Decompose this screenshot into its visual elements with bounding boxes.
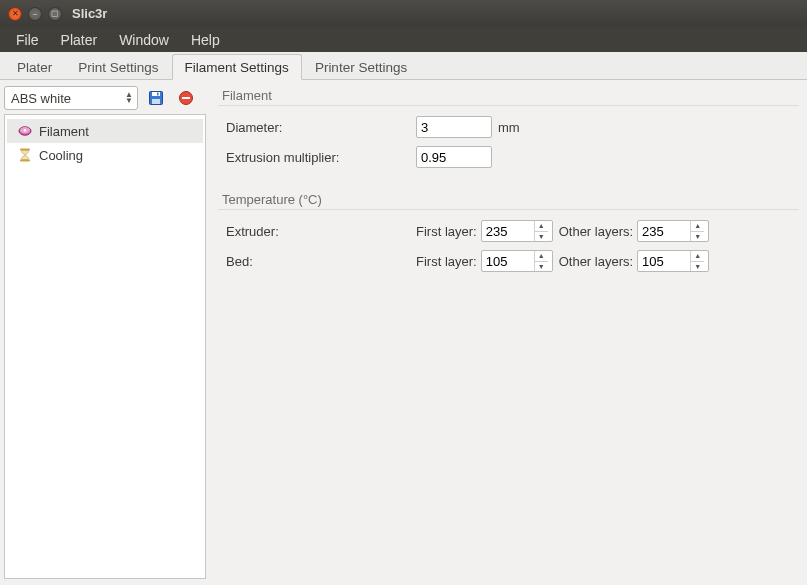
multiplier-input-wrapper: [416, 146, 492, 168]
spin-buttons: ▲ ▼: [690, 251, 704, 271]
menu-window[interactable]: Window: [109, 29, 179, 51]
tab-plater[interactable]: Plater: [4, 54, 65, 80]
diameter-row: Diameter: mm: [218, 114, 799, 144]
spin-buttons: ▲ ▼: [690, 221, 704, 241]
temperature-group: Temperature (°C) Extruder: First layer: …: [218, 188, 799, 278]
left-panel: ABS white ▲▼: [0, 80, 210, 585]
combo-spin-icon: ▲▼: [125, 92, 133, 104]
preset-row: ABS white ▲▼: [4, 86, 206, 110]
filament-group-title: Filament: [218, 84, 799, 106]
menubar: File Plater Window Help: [0, 27, 807, 52]
svg-point-8: [24, 129, 27, 132]
main-tabs: Plater Print Settings Filament Settings …: [0, 52, 807, 80]
window-titlebar: ✕ – ▢ Slic3r: [0, 0, 807, 27]
tab-printer-settings[interactable]: Printer Settings: [302, 54, 420, 80]
extruder-other-layers-input[interactable]: [638, 221, 690, 241]
extruder-first-layer-input[interactable]: [482, 221, 534, 241]
content-area: ABS white ▲▼: [0, 80, 807, 585]
svg-rect-3: [157, 93, 159, 96]
spin-up-button[interactable]: ▲: [535, 221, 548, 232]
spin-down-button[interactable]: ▼: [691, 232, 704, 242]
multiplier-row: Extrusion multiplier:: [218, 144, 799, 174]
first-layer-label-bed: First layer:: [416, 254, 477, 269]
svg-rect-1: [152, 92, 160, 96]
spin-buttons: ▲ ▼: [534, 221, 548, 241]
bed-other-layers-spin: ▲ ▼: [637, 250, 709, 272]
svg-rect-5: [182, 97, 190, 99]
spin-down-button[interactable]: ▼: [535, 262, 548, 272]
bed-label: Bed:: [226, 254, 416, 269]
temperature-group-title: Temperature (°C): [218, 188, 799, 210]
floppy-disk-icon: [148, 90, 164, 106]
preset-combo[interactable]: ABS white ▲▼: [4, 86, 138, 110]
extruder-label: Extruder:: [226, 224, 416, 239]
other-layers-label-extruder: Other layers:: [559, 224, 633, 239]
tab-print-settings[interactable]: Print Settings: [65, 54, 171, 80]
hourglass-icon: [17, 147, 33, 163]
spin-up-button[interactable]: ▲: [535, 251, 548, 262]
svg-rect-2: [152, 99, 160, 104]
tree-item-label: Filament: [39, 124, 89, 139]
spin-down-button[interactable]: ▼: [535, 232, 548, 242]
tab-filament-settings[interactable]: Filament Settings: [172, 54, 302, 80]
spin-down-button[interactable]: ▼: [691, 262, 704, 272]
save-preset-button[interactable]: [144, 86, 168, 110]
delete-preset-button[interactable]: [174, 86, 198, 110]
extruder-first-layer-spin: ▲ ▼: [481, 220, 553, 242]
spin-up-button[interactable]: ▲: [691, 221, 704, 232]
bed-temp-row: Bed: First layer: ▲ ▼ Other layers: ▲ ▼: [218, 248, 799, 278]
tree-item-filament[interactable]: Filament: [7, 119, 203, 143]
diameter-label: Diameter:: [226, 120, 416, 135]
preset-selected-label: ABS white: [11, 91, 71, 106]
diameter-input[interactable]: [421, 120, 487, 135]
diameter-input-wrapper: [416, 116, 492, 138]
tree-item-label: Cooling: [39, 148, 83, 163]
filament-group: Filament Diameter: mm Extrusion multipli…: [218, 84, 799, 174]
window-close-button[interactable]: ✕: [8, 7, 22, 21]
bed-first-layer-input[interactable]: [482, 251, 534, 271]
extruder-temp-row: Extruder: First layer: ▲ ▼ Other layers:…: [218, 218, 799, 248]
window-title: Slic3r: [72, 6, 107, 21]
window-maximize-button[interactable]: ▢: [48, 7, 62, 21]
settings-pane: Filament Diameter: mm Extrusion multipli…: [210, 80, 807, 585]
window-minimize-button[interactable]: –: [28, 7, 42, 21]
spin-up-button[interactable]: ▲: [691, 251, 704, 262]
window-controls: ✕ – ▢: [8, 7, 62, 21]
first-layer-label-extruder: First layer:: [416, 224, 477, 239]
bed-first-layer-spin: ▲ ▼: [481, 250, 553, 272]
menu-help[interactable]: Help: [181, 29, 230, 51]
tree-item-cooling[interactable]: Cooling: [7, 143, 203, 167]
multiplier-input[interactable]: [421, 150, 487, 165]
menu-plater[interactable]: Plater: [51, 29, 108, 51]
other-layers-label-bed: Other layers:: [559, 254, 633, 269]
delete-icon: [178, 90, 194, 106]
spool-icon: [17, 123, 33, 139]
multiplier-label: Extrusion multiplier:: [226, 150, 416, 165]
settings-tree: Filament Cooling: [4, 114, 206, 579]
bed-other-layers-input[interactable]: [638, 251, 690, 271]
diameter-unit: mm: [498, 120, 520, 135]
spin-buttons: ▲ ▼: [534, 251, 548, 271]
menu-file[interactable]: File: [6, 29, 49, 51]
extruder-other-layers-spin: ▲ ▼: [637, 220, 709, 242]
